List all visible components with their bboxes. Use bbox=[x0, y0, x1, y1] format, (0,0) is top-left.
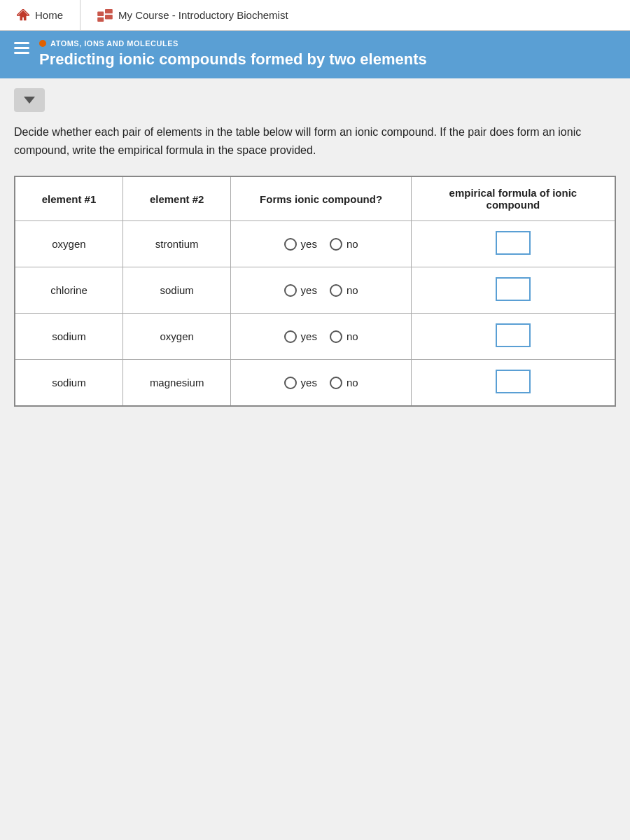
radio-group-0: yes no bbox=[242, 238, 399, 251]
course-label: My Course - Introductory Biochemist bbox=[118, 9, 288, 21]
radio-circle-no-2 bbox=[330, 330, 342, 343]
home-icon bbox=[17, 9, 29, 22]
formula-input-box-3[interactable] bbox=[496, 370, 531, 393]
svg-rect-5 bbox=[105, 15, 113, 19]
radio-yes-label-2: yes bbox=[301, 330, 317, 342]
radio-circle-no-0 bbox=[330, 238, 342, 251]
table-row: chlorinesodium yes no bbox=[15, 267, 615, 314]
compound-table: element #1 element #2 Forms ionic compou… bbox=[14, 176, 616, 407]
cell-elem1: chlorine bbox=[15, 267, 122, 314]
cell-elem1: sodium bbox=[15, 314, 122, 360]
radio-yes-2[interactable]: yes bbox=[284, 330, 317, 343]
radio-circle-yes-2 bbox=[284, 330, 297, 343]
dropdown-button[interactable] bbox=[14, 88, 45, 112]
radio-group-3: yes no bbox=[242, 377, 399, 389]
svg-rect-3 bbox=[105, 9, 113, 13]
svg-rect-2 bbox=[97, 11, 104, 15]
radio-circle-yes-0 bbox=[284, 238, 297, 251]
header-subtitle: ATOMS, IONS AND MOLECULES bbox=[39, 39, 427, 48]
cell-elem2: magnesium bbox=[122, 360, 230, 407]
home-nav-item[interactable]: Home bbox=[0, 0, 80, 30]
radio-yes-label-0: yes bbox=[301, 238, 317, 250]
radio-no-label-1: no bbox=[346, 284, 358, 296]
instructions-text: Decide whether each pair of elements in … bbox=[14, 123, 616, 159]
header-text-block: ATOMS, IONS AND MOLECULES Predicting ion… bbox=[39, 39, 427, 69]
radio-yes-label-3: yes bbox=[301, 377, 317, 388]
cell-forms-ionic: yes no bbox=[231, 360, 411, 407]
cell-forms-ionic: yes no bbox=[231, 221, 411, 267]
table-row: sodiummagnesium yes no bbox=[15, 360, 615, 407]
radio-circle-yes-1 bbox=[284, 284, 297, 297]
radio-group-2: yes no bbox=[242, 330, 399, 343]
cell-elem2: strontium bbox=[122, 221, 230, 267]
radio-group-1: yes no bbox=[242, 284, 399, 297]
svg-rect-4 bbox=[97, 17, 104, 21]
cell-elem2: oxygen bbox=[122, 314, 230, 360]
table-row: oxygenstrontium yes no bbox=[15, 221, 615, 267]
cell-elem1: sodium bbox=[15, 360, 122, 407]
hamburger-menu[interactable] bbox=[14, 42, 29, 54]
col-header-forms: Forms ionic compound? bbox=[231, 176, 411, 221]
radio-no-label-2: no bbox=[346, 330, 358, 342]
home-label: Home bbox=[35, 9, 63, 21]
table-header-row: element #1 element #2 Forms ionic compou… bbox=[15, 176, 615, 221]
cell-elem1: oxygen bbox=[15, 221, 122, 267]
radio-circle-no-1 bbox=[330, 284, 342, 297]
radio-no-label-3: no bbox=[346, 377, 358, 388]
radio-no-1[interactable]: no bbox=[330, 284, 358, 297]
col-header-formula: empirical formula of ionic compound bbox=[411, 176, 615, 221]
radio-no-label-0: no bbox=[346, 238, 358, 250]
cell-formula bbox=[411, 360, 615, 407]
cell-formula bbox=[411, 267, 615, 314]
radio-circle-no-3 bbox=[330, 377, 342, 389]
course-icon bbox=[97, 9, 113, 22]
radio-no-0[interactable]: no bbox=[330, 238, 358, 251]
chevron-down-icon bbox=[24, 97, 35, 104]
cell-elem2: sodium bbox=[122, 267, 230, 314]
col-header-elem1: element #1 bbox=[15, 176, 122, 221]
top-nav: Home My Course - Introductory Biochemist bbox=[0, 0, 630, 31]
formula-input-box-2[interactable] bbox=[496, 323, 531, 347]
radio-yes-label-1: yes bbox=[301, 284, 317, 296]
radio-no-3[interactable]: no bbox=[330, 377, 358, 389]
header-title: Predicting ionic compounds formed by two… bbox=[39, 50, 427, 69]
radio-yes-1[interactable]: yes bbox=[284, 284, 317, 297]
subtitle-dot bbox=[39, 40, 46, 47]
main-content: Decide whether each pair of elements in … bbox=[0, 78, 630, 840]
table-row: sodiumoxygen yes no bbox=[15, 314, 615, 360]
course-nav-item[interactable]: My Course - Introductory Biochemist bbox=[80, 0, 305, 30]
cell-forms-ionic: yes no bbox=[231, 314, 411, 360]
radio-no-2[interactable]: no bbox=[330, 330, 358, 343]
formula-input-box-1[interactable] bbox=[496, 277, 531, 301]
radio-circle-yes-3 bbox=[284, 377, 297, 389]
radio-yes-0[interactable]: yes bbox=[284, 238, 317, 251]
radio-yes-3[interactable]: yes bbox=[284, 377, 317, 389]
col-header-elem2: element #2 bbox=[122, 176, 230, 221]
cell-formula bbox=[411, 221, 615, 267]
formula-input-box-0[interactable] bbox=[496, 231, 531, 255]
cell-formula bbox=[411, 314, 615, 360]
cell-forms-ionic: yes no bbox=[231, 267, 411, 314]
header-banner: ATOMS, IONS AND MOLECULES Predicting ion… bbox=[0, 31, 630, 78]
